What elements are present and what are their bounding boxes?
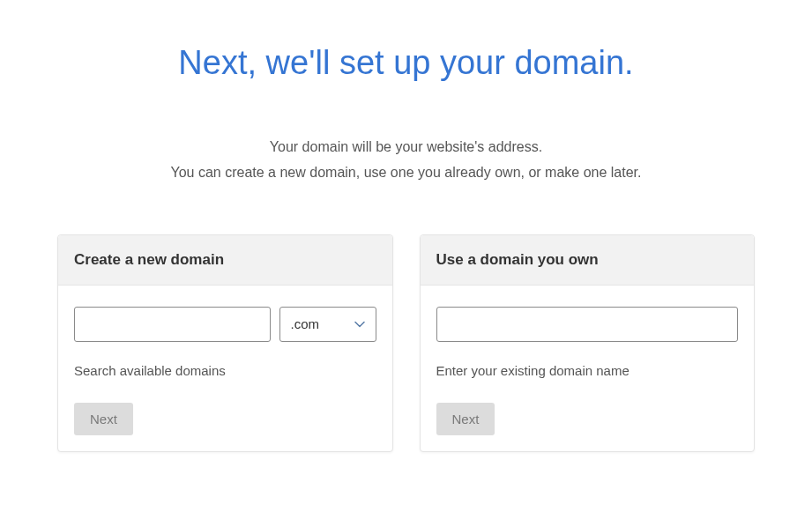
- own-domain-heading: Use a domain you own: [421, 235, 755, 286]
- page-title: Next, we'll set up your domain.: [57, 44, 755, 82]
- own-domain-body: Enter your existing domain name Next: [421, 286, 755, 451]
- create-domain-helper: Search available domains: [74, 363, 376, 378]
- own-domain-next-button[interactable]: Next: [436, 403, 495, 435]
- create-domain-card: Create a new domain .com Search availabl…: [57, 234, 393, 452]
- create-domain-body: .com Search available domains Next: [58, 286, 392, 451]
- tld-select[interactable]: .com: [279, 307, 376, 342]
- create-domain-heading: Create a new domain: [58, 235, 392, 286]
- domain-setup-page: Next, we'll set up your domain. Your dom…: [0, 0, 812, 452]
- new-domain-input[interactable]: [74, 307, 271, 342]
- create-domain-next-button[interactable]: Next: [74, 403, 133, 435]
- page-subtitle: Your domain will be your website's addre…: [57, 135, 755, 186]
- own-domain-input-row: [436, 307, 739, 342]
- chevron-down-icon: [354, 319, 365, 330]
- create-domain-input-row: .com: [74, 307, 376, 342]
- subtitle-line-2: You can create a new domain, use one you…: [171, 165, 642, 180]
- existing-domain-input[interactable]: [436, 307, 739, 342]
- tld-selected-label: .com: [291, 316, 354, 331]
- own-domain-card: Use a domain you own Enter your existing…: [420, 234, 756, 452]
- subtitle-line-1: Your domain will be your website's addre…: [270, 139, 542, 154]
- own-domain-helper: Enter your existing domain name: [436, 363, 739, 378]
- domain-options-row: Create a new domain .com Search availabl…: [57, 234, 755, 452]
